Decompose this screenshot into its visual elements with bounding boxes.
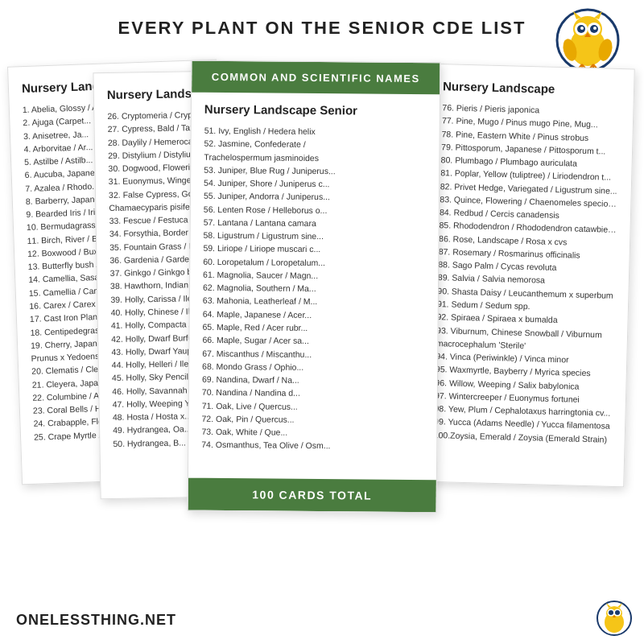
svg-point-9	[580, 27, 584, 30]
card-3: COMMON AND SCIENTIFIC NAMES Nursery Land…	[188, 60, 441, 514]
list-item: 70. Nandina / Nandina d...	[202, 386, 424, 401]
header: EVERY PLANT ON THE SENIOR CDE LIST	[0, 0, 644, 47]
page-title: EVERY PLANT ON THE SENIOR CDE LIST	[16, 18, 628, 39]
list-item: 55. Juniper, Andorra / Juniperus...	[204, 189, 426, 204]
svg-point-28	[615, 610, 620, 615]
card-4-list: 76. Pieris / Pieris japonica 77. Pine, M…	[434, 101, 621, 446]
card-4-title: Nursery Landscape	[443, 79, 621, 97]
list-item: 66. Maple, Sugar / Acer sa...	[202, 333, 424, 349]
cards-area: Nursery Landscape Senior 1. Abelia, Glos…	[0, 55, 644, 570]
footer-site: ONELESSTHING.NET	[16, 612, 176, 629]
list-item: 59. Liriope / Liriope muscari c...	[203, 242, 425, 257]
card-3-footer: 100 CARDS TOTAL	[188, 478, 436, 513]
list-item: 74. Osmanthus, Tea Olive / Osm...	[201, 438, 423, 453]
svg-point-10	[593, 27, 597, 30]
owl-logo-small	[597, 601, 632, 636]
svg-point-27	[609, 610, 613, 615]
card-4: Nursery Landscape 76. Pieris / Pieris ja…	[419, 64, 635, 487]
list-item: 63. Mahonia, Leatherleaf / M...	[203, 294, 425, 309]
list-item: 52. Jasmine, Confederate /	[204, 137, 426, 152]
card-3-green-header: COMMON AND SCIENTIFIC NAMES	[192, 61, 440, 95]
card-3-list: 51. Ivy, English / Hedera helix 52. Jasm…	[201, 124, 427, 453]
card-3-title: Nursery Landscape Senior	[204, 102, 427, 118]
